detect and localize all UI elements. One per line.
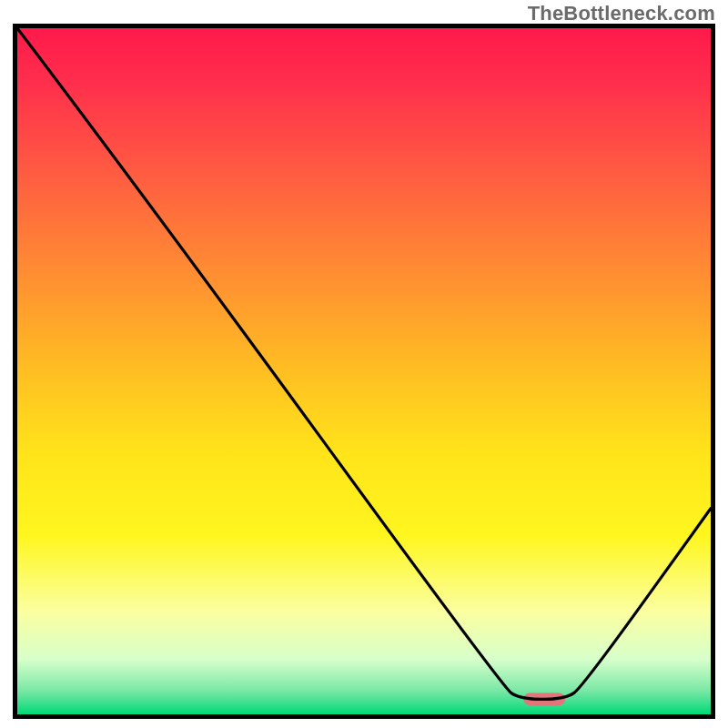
chart-frame: TheBottleneck.com [0, 0, 728, 728]
watermark-text: TheBottleneck.com [528, 2, 715, 25]
chart-svg [13, 24, 715, 719]
plot-area [13, 24, 715, 719]
gradient-background [17, 28, 711, 714]
